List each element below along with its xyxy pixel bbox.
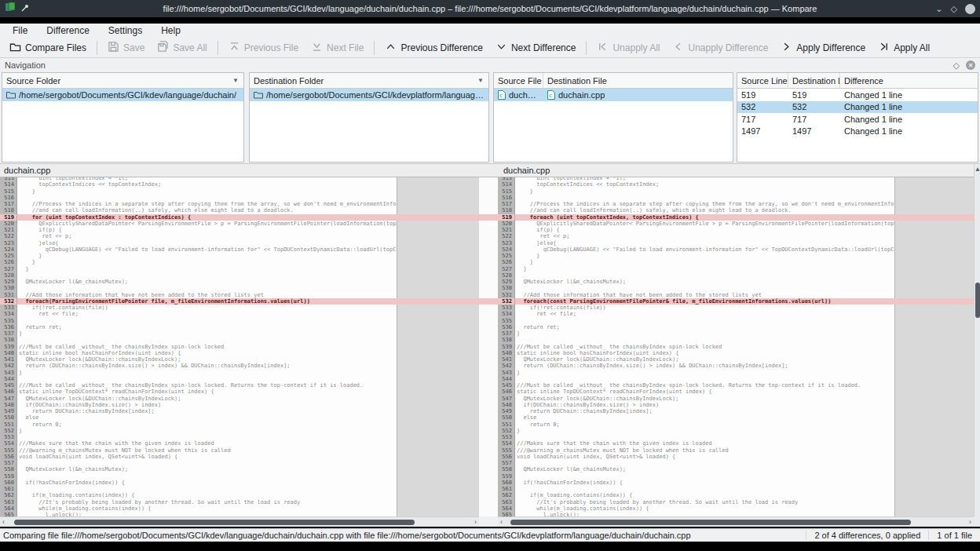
menu-difference[interactable]: Difference	[37, 25, 98, 36]
destination-line-column-header[interactable]: Destination Line	[788, 73, 840, 89]
line-number: 524	[0, 246, 17, 253]
code-line: 543}	[498, 370, 974, 376]
line-number: 522	[498, 233, 515, 239]
right-horizontal-scrollbar[interactable]: ‹ ›	[498, 516, 974, 527]
difference-row[interactable]: 519519Changed 1 line	[737, 89, 978, 101]
code-line: 531 //Add those information that have no…	[0, 292, 479, 298]
apply-all-button[interactable]: Apply All	[872, 38, 936, 57]
cpp-file-icon: c	[547, 90, 555, 100]
left-horizontal-scrollbar[interactable]: ‹ ›	[0, 516, 479, 527]
source-folder-header-label: Source Folder	[6, 76, 60, 86]
line-number: 514	[0, 181, 17, 188]
apply-all-label: Apply All	[894, 42, 930, 53]
changed-code-line[interactable]: 532 foreach(ParsingEnvironmentFilePointe…	[0, 298, 479, 305]
line-number: 525	[0, 253, 17, 259]
difference-row[interactable]: 14971497Changed 1 line	[737, 126, 978, 138]
code-line: 557	[498, 460, 974, 466]
line-number: 549	[498, 408, 515, 414]
destination-folder-header[interactable]: Destination Folder ▼	[250, 73, 488, 89]
close-button[interactable]: ✕	[965, 4, 975, 14]
folder-row[interactable]: /home/sergobot/Documents/GCI/kdev/langua…	[2, 89, 243, 101]
scroll-left-icon[interactable]: ‹	[500, 517, 503, 527]
code-line: 545///Must be called _without_ the chain…	[0, 382, 479, 389]
toolbar-separator	[97, 41, 97, 55]
destination-file-column-header[interactable]: Destination File	[543, 73, 733, 89]
compare-files-button[interactable]: Compare Files	[3, 38, 93, 57]
line-tail	[397, 311, 479, 317]
code-line: 554///Makes sure that the chain with the…	[0, 440, 479, 447]
code-line: 550 else	[498, 414, 974, 421]
line-text: ///@warning m_chainsMutex must NOT be lo…	[515, 447, 894, 454]
menu-settings[interactable]: Settings	[99, 25, 152, 36]
kompare-window: file:///home/sergobot/Documents/GCI/kdev…	[0, 0, 980, 551]
scroll-right-icon[interactable]: ›	[969, 517, 971, 527]
line-tail	[894, 486, 974, 492]
differences-panel: Source Line ▼ Destination Line Differenc…	[737, 72, 978, 162]
line-text	[17, 460, 397, 466]
dock-close-icon[interactable]: ✕	[966, 60, 975, 70]
line-tail	[894, 214, 974, 221]
changed-code-line[interactable]: 532 foreach(const ParsingEnvironmentFile…	[498, 298, 974, 305]
line-tail	[397, 279, 479, 285]
previous-file-icon	[229, 41, 240, 55]
changed-code-line[interactable]: 519 foreach (uint topContextIndex, topCo…	[498, 214, 974, 221]
vscroll-thumb[interactable]	[975, 283, 980, 318]
next-difference-button[interactable]: Next Difference	[489, 38, 582, 57]
line-tail	[397, 330, 479, 337]
line-tail	[894, 253, 974, 259]
unapply-all-label: Unapply All	[612, 42, 660, 53]
line-tail	[397, 240, 479, 246]
minimize-button[interactable]: ⌄	[935, 5, 942, 13]
line-number: 563	[0, 499, 17, 505]
menu-help[interactable]: Help	[152, 25, 190, 36]
difference-row[interactable]: 717717Changed 1 line	[737, 113, 978, 126]
difference-header-label: Difference	[844, 76, 883, 86]
line-text: //Process the indices in a separate step…	[515, 201, 894, 207]
source-file-column-header[interactable]: Source File ▼	[494, 73, 543, 89]
pin-icon[interactable]	[20, 2, 29, 16]
source-folder-header[interactable]: Source Folder ▼	[2, 73, 243, 89]
vertical-scrollbar[interactable]: ▲ ▼	[974, 164, 980, 527]
changed-code-line[interactable]: 519 for (uint topContextIndex : topConte…	[0, 214, 479, 221]
previous-difference-button[interactable]: Previous Difference	[378, 38, 489, 57]
code-line: 542 return (DUChain::chainsByIndex.size(…	[0, 363, 479, 369]
line-tail	[894, 389, 974, 395]
status-files: 1 of 1 file	[928, 531, 980, 540]
file-row[interactable]: cduchain.cppcduchain.cpp	[494, 89, 733, 101]
code-line: 525 }	[498, 253, 974, 259]
line-text: void loadChain(uint index, QSet<uint>& l…	[515, 454, 894, 460]
left-hscroll-thumb[interactable]	[14, 520, 415, 525]
difference-column-header[interactable]: Difference	[840, 73, 978, 89]
line-tail	[894, 324, 974, 330]
line-tail	[894, 337, 974, 343]
code-line: 547 QMutexLocker lock(&DUChain::chainsBy…	[0, 396, 479, 402]
line-tail	[397, 480, 479, 486]
menu-file[interactable]: File	[3, 25, 37, 36]
line-text: }	[17, 253, 397, 259]
code-line: 538	[0, 337, 479, 343]
code-line: 537}	[498, 330, 974, 337]
destination-file-header-label: Destination File	[547, 76, 607, 86]
save-all-label: Save All	[173, 42, 207, 53]
code-line: 539///Must be called _without_ the chain…	[0, 344, 479, 350]
scroll-up-icon[interactable]: ▲	[975, 166, 980, 173]
line-text	[515, 337, 894, 343]
code-line: 526 }	[0, 259, 479, 265]
code-line: 554///Makes sure that the chain with the…	[498, 440, 974, 447]
code-line: 562 if(m_loading.contains(index)) {	[498, 492, 974, 498]
folder-row[interactable]: /home/sergobot/Documents/GCI/kdevplatfor…	[250, 89, 488, 101]
right-hscroll-thumb[interactable]	[510, 520, 911, 525]
code-line: 530	[498, 285, 974, 291]
line-tail	[397, 253, 479, 259]
line-number: 561	[498, 486, 515, 492]
line-tail	[397, 305, 479, 311]
scroll-left-icon[interactable]: ‹	[2, 517, 5, 527]
line-tail	[894, 311, 974, 317]
source-line-column-header[interactable]: Source Line ▼	[737, 73, 788, 89]
apply-difference-button[interactable]: Apply Difference	[774, 38, 872, 57]
maximize-button[interactable]: ◇	[951, 5, 957, 13]
dock-float-icon[interactable]: ◇	[953, 61, 960, 70]
scroll-right-icon[interactable]: ›	[474, 517, 477, 527]
line-number: 547	[0, 396, 17, 402]
difference-row[interactable]: 532532Changed 1 line	[737, 101, 978, 114]
